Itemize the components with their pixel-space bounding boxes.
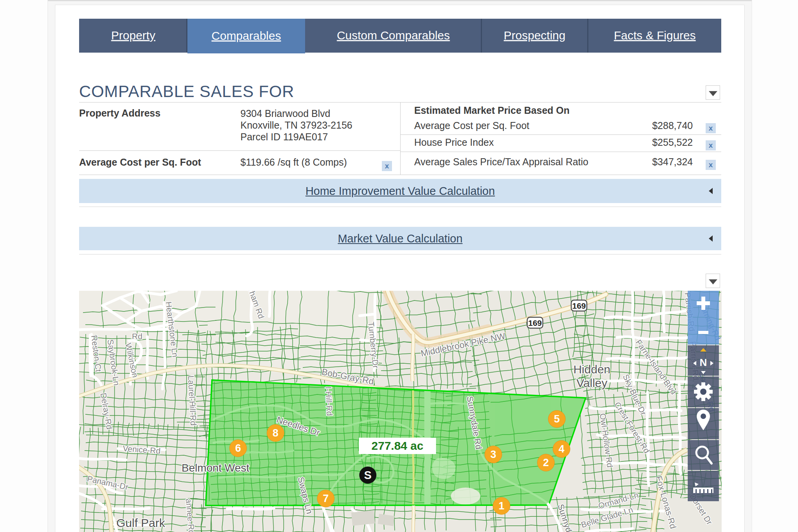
svg-text:Gulf Park: Gulf Park (116, 516, 165, 529)
svg-text:277.84 ac: 277.84 ac (371, 439, 423, 452)
svg-text:Hidden: Hidden (573, 363, 610, 376)
svg-text:169: 169 (572, 301, 586, 310)
svg-text:l-Hill-Rd: l-Hill-Rd (324, 387, 334, 416)
svg-text:3: 3 (490, 449, 496, 460)
svg-text:2: 2 (543, 457, 549, 468)
svg-text:Rd: Rd (132, 332, 143, 341)
svg-text:169: 169 (528, 318, 542, 327)
svg-text:1: 1 (498, 500, 504, 512)
svg-text:4: 4 (558, 443, 564, 455)
svg-text:Belmont West: Belmont West (182, 462, 249, 474)
svg-text:8: 8 (272, 427, 278, 439)
svg-text:N: N (700, 357, 707, 368)
svg-text:Valley: Valley (576, 376, 607, 389)
svg-text:5: 5 (554, 413, 560, 425)
svg-text:6: 6 (235, 442, 241, 454)
svg-text:7: 7 (323, 493, 328, 504)
svg-text:S: S (364, 469, 371, 481)
